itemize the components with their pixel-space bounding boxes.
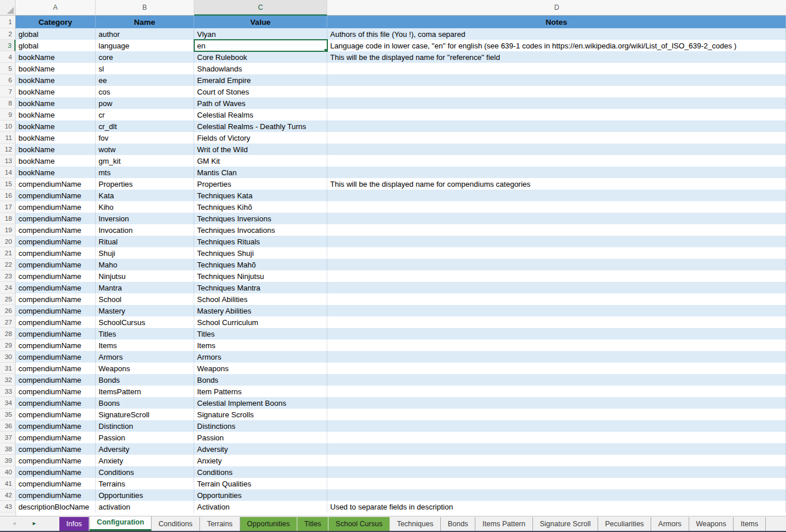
column-header-d[interactable]: D (327, 0, 786, 16)
cell-C19[interactable]: Techniques Invocations (194, 224, 327, 236)
cell-B22[interactable]: Maho (96, 259, 194, 270)
cell-A24[interactable]: compendiumName (16, 282, 96, 293)
active-cell-C3[interactable]: en (194, 40, 327, 51)
cell-B6[interactable]: ee (96, 74, 194, 86)
cell-D8[interactable] (327, 97, 786, 109)
cell-A21[interactable]: compendiumName (16, 247, 96, 259)
row-header-34[interactable]: 34 (0, 397, 16, 409)
cell-B16[interactable]: Kata (96, 190, 194, 201)
cell-B31[interactable]: Weapons (96, 363, 194, 374)
cell-C8[interactable]: Path of Waves (194, 97, 327, 109)
cell-D43[interactable]: Used to separate fields in description (327, 501, 786, 512)
row-header-10[interactable]: 10 (0, 120, 16, 132)
cell-B2[interactable]: author (96, 28, 194, 40)
cell-C6[interactable]: Emerald Empire (194, 74, 327, 86)
cell-D29[interactable] (327, 339, 786, 351)
sheet-tab-terrains[interactable]: Terrains (200, 517, 240, 531)
cell-D35[interactable] (327, 409, 786, 420)
cell-C33[interactable]: Item Patterns (194, 386, 327, 397)
cell-A10[interactable]: bookName (16, 120, 96, 132)
row-header-22[interactable]: 22 (0, 259, 16, 270)
sheet-tab-conditions[interactable]: Conditions (152, 517, 200, 531)
cell-D40[interactable] (327, 466, 786, 478)
header-cell-notes[interactable]: Notes (327, 16, 786, 28)
cell-B17[interactable]: Kiho (96, 201, 194, 213)
row-header-17[interactable]: 17 (0, 201, 16, 213)
cell-B40[interactable]: Conditions (96, 466, 194, 478)
cell-A33[interactable]: compendiumName (16, 386, 96, 397)
cell-B28[interactable]: Titles (96, 328, 194, 339)
cell-B38[interactable]: Adversity (96, 443, 194, 455)
cell-A13[interactable]: bookName (16, 155, 96, 167)
row-header-37[interactable]: 37 (0, 432, 16, 443)
cell-D23[interactable] (327, 270, 786, 282)
cell-D11[interactable] (327, 132, 786, 144)
cell-D20[interactable] (327, 236, 786, 247)
cell-C30[interactable]: Armors (194, 351, 327, 363)
cell-C13[interactable]: GM Kit (194, 155, 327, 167)
header-cell-name[interactable]: Name (96, 16, 194, 28)
column-header-c[interactable]: C (194, 0, 327, 16)
cell-C25[interactable]: School Abilities (194, 293, 327, 305)
cell-D30[interactable] (327, 351, 786, 363)
row-header-11[interactable]: 11 (0, 132, 16, 144)
header-cell-value[interactable]: Value (194, 16, 327, 28)
cell-C16[interactable]: Techniques Kata (194, 190, 327, 201)
cell-C43[interactable]: Activation (194, 501, 327, 512)
cell-B15[interactable]: Properties (96, 178, 194, 190)
tab-scroll-right-icon[interactable]: ► (32, 521, 37, 526)
cell-A36[interactable]: compendiumName (16, 420, 96, 432)
cell-B4[interactable]: core (96, 51, 194, 63)
cell-B42[interactable]: Opportunities (96, 489, 194, 501)
cell-A35[interactable]: compendiumName (16, 409, 96, 420)
cell-A43[interactable]: descriptionBlocName (16, 501, 96, 512)
cell-D18[interactable] (327, 213, 786, 224)
cell-D24[interactable] (327, 282, 786, 293)
cell-B30[interactable]: Armors (96, 351, 194, 363)
cell-A3[interactable]: global (16, 40, 96, 51)
header-cell-category[interactable]: Category (16, 16, 96, 28)
cell-D5[interactable] (327, 63, 786, 74)
cell-B25[interactable]: School (96, 293, 194, 305)
cell-C5[interactable]: Shadowlands (194, 63, 327, 74)
cell-D6[interactable] (327, 74, 786, 86)
cell-C11[interactable]: Fields of Victory (194, 132, 327, 144)
cell-A42[interactable]: compendiumName (16, 489, 96, 501)
sheet-tab-configuration[interactable]: Configuration (89, 516, 152, 531)
cell-C7[interactable]: Court of Stones (194, 86, 327, 97)
cell-A19[interactable]: compendiumName (16, 224, 96, 236)
cell-B24[interactable]: Mantra (96, 282, 194, 293)
cell-D25[interactable] (327, 293, 786, 305)
cell-D9[interactable] (327, 109, 786, 120)
cell-D34[interactable] (327, 397, 786, 409)
row-header-3[interactable]: 3 (0, 40, 16, 51)
row-header-8[interactable]: 8 (0, 97, 16, 109)
cell-D17[interactable] (327, 201, 786, 213)
cell-A28[interactable]: compendiumName (16, 328, 96, 339)
cell-D28[interactable] (327, 328, 786, 339)
cell-C42[interactable]: Opportunities (194, 489, 327, 501)
row-header-40[interactable]: 40 (0, 466, 16, 478)
cell-D15[interactable]: This will be the displayed name for comp… (327, 178, 786, 190)
row-header-13[interactable]: 13 (0, 155, 16, 167)
cell-B14[interactable]: mts (96, 167, 194, 178)
cell-D2[interactable]: Authors of this file (You !), coma separ… (327, 28, 786, 40)
cell-D13[interactable] (327, 155, 786, 167)
sheet-tab-opportunities[interactable]: Opportunities (240, 517, 297, 531)
cell-B5[interactable]: sl (96, 63, 194, 74)
cell-B7[interactable]: cos (96, 86, 194, 97)
row-header-31[interactable]: 31 (0, 363, 16, 374)
cell-A2[interactable]: global (16, 28, 96, 40)
cell-D10[interactable] (327, 120, 786, 132)
cell-D21[interactable] (327, 247, 786, 259)
cell-D3[interactable]: Language code in lower case, "en" for en… (327, 40, 786, 51)
cell-A16[interactable]: compendiumName (16, 190, 96, 201)
row-header-18[interactable]: 18 (0, 213, 16, 224)
row-header-9[interactable]: 9 (0, 109, 16, 120)
cell-D16[interactable] (327, 190, 786, 201)
cell-B33[interactable]: ItemsPattern (96, 386, 194, 397)
row-header-33[interactable]: 33 (0, 386, 16, 397)
cell-C38[interactable]: Adversity (194, 443, 327, 455)
cell-C20[interactable]: Techniques Rituals (194, 236, 327, 247)
row-header-14[interactable]: 14 (0, 167, 16, 178)
